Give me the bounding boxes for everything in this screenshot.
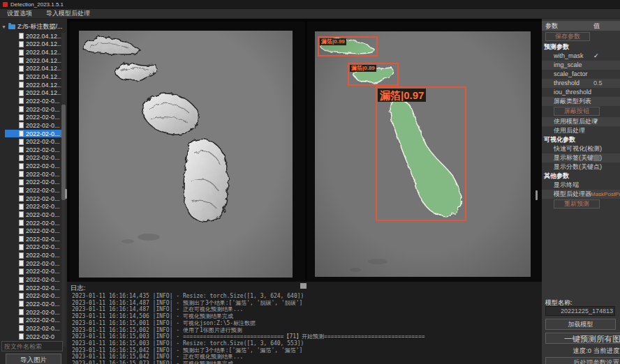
tree-root-folder[interactable]: ▼ Z:/5-标注数据/... <box>1 22 62 31</box>
tree-scrollbar-thumb[interactable] <box>61 105 66 200</box>
param-label: 使用模型后处理 <box>554 118 598 125</box>
app-window: Detection_2023.1.5.1 设置选项 导入模型后处理 ▼ Z:/5… <box>0 0 620 364</box>
param-threshold[interactable]: threshold0.5 <box>542 79 620 88</box>
left-splitter-handle[interactable] <box>65 189 67 199</box>
tree-item[interactable]: 2022.04.12... <box>5 89 65 97</box>
menu-item-settings[interactable]: 设置选项 <box>0 9 39 18</box>
tree-item-label: 2022.04.12... <box>26 40 63 47</box>
save-params-button[interactable]: 保存参数 <box>545 32 590 41</box>
menu-item-import-postprocess[interactable]: 导入模型后处理 <box>39 9 97 18</box>
param-use-postprocess[interactable]: 使用后处理 <box>542 126 620 135</box>
tree-item[interactable]: 2022-02-0... <box>5 275 65 284</box>
tree-item[interactable]: 2022.04.12... <box>5 81 65 89</box>
source-image-panel[interactable] <box>70 22 305 291</box>
tree-item[interactable]: 2022-02-0... <box>5 121 65 130</box>
param-show-score-keypoints[interactable]: 显示分数(关键点) <box>542 162 620 172</box>
tree-item-label: 2022-02-0... <box>26 138 60 145</box>
tree-item-label: 2022.04.12... <box>26 49 63 56</box>
param-model-postprocessor[interactable]: 模型后处理器MaskPostPro <box>542 190 620 199</box>
tree-item[interactable]: 2022-02-0... <box>5 227 65 235</box>
tree-item[interactable]: 2022-02-0... <box>5 130 65 138</box>
param-iou-threshold[interactable]: iou_threshold <box>542 88 620 97</box>
tree-item[interactable]: 2022-02-0... <box>5 243 65 252</box>
file-icon <box>19 106 24 112</box>
param-show-terminal[interactable]: 显示终端 <box>542 181 620 190</box>
folder-icon <box>8 24 15 29</box>
tree-item[interactable]: 2022-02-0... <box>5 97 65 105</box>
tree-item[interactable]: 2022-02-0... <box>5 292 65 301</box>
tree-item[interactable]: 2022-02-0... <box>5 179 65 187</box>
tree-item[interactable]: 2022-02-0... <box>5 308 65 317</box>
tree-item[interactable]: 2022-02-0... <box>5 316 65 324</box>
prediction-image-panel[interactable]: 漏箔|0.99漏箔|0.89漏箔|0.97 <box>307 22 542 291</box>
tree-item[interactable]: 2022.04.12... <box>5 40 65 49</box>
viewer-scrollbar-corner[interactable] <box>300 283 307 289</box>
tree-item[interactable]: 2022.04.12... <box>5 73 65 81</box>
tree-item[interactable]: 2022-02-0... <box>5 162 65 170</box>
param-with-mask[interactable]: with_mask✓ <box>542 52 620 61</box>
file-icon <box>19 41 24 47</box>
tree-item[interactable]: 2022-02-0... <box>5 235 65 243</box>
file-icon <box>19 33 24 39</box>
tree-item[interactable]: 2022-02-0... <box>5 219 65 227</box>
param-quick-visualize-detect[interactable]: 快速可视化(检测) <box>542 144 620 153</box>
tree-item[interactable]: 2022-02-0... <box>5 251 65 259</box>
tree-item[interactable]: 2022-02-0... <box>5 113 65 121</box>
value-column-header: 值 <box>593 21 600 31</box>
param-button-repredict[interactable]: 重新预测 <box>554 199 600 208</box>
search-input[interactable] <box>1 341 63 351</box>
tree-item[interactable]: 2022-02-0... <box>5 154 65 162</box>
param-value: MaskPostPro <box>591 190 620 199</box>
tree-item[interactable]: 2022-02-0... <box>5 300 65 308</box>
param-button-mask-button[interactable]: 屏蔽按钮 <box>554 107 600 116</box>
param-mask-type-list[interactable]: 屏蔽类型列表 <box>542 97 620 106</box>
param-label: 屏蔽类型列表 <box>554 98 591 105</box>
log-line: 2023-01-11 16:16:14,487 |INFO| - 预测出了3个结… <box>72 300 542 307</box>
chevron-down-icon[interactable]: ▼ <box>1 24 6 29</box>
tree-item[interactable]: 2022-02-0... <box>5 284 65 292</box>
log-title: 日志: <box>71 284 86 293</box>
tree-item[interactable]: 2022-02-0 <box>5 333 65 341</box>
title-bar: Detection_2023.1.5.1 <box>0 0 620 9</box>
right-splitter-handle[interactable] <box>536 190 538 200</box>
tree-item[interactable]: 2022-02-0... <box>5 170 65 179</box>
log-panel[interactable]: 日志: 2023-01-11 16:16:14,435 |INFO| - Res… <box>67 282 542 364</box>
predict-all-button[interactable]: 一键预测所有图片 <box>545 333 620 344</box>
tree-item[interactable]: 2022.04.12... <box>5 56 65 65</box>
import-image-button[interactable]: 导入图片 <box>6 354 61 364</box>
checkmark-icon[interactable]: ✓ <box>593 117 599 126</box>
param-use-model-postprocess[interactable]: 使用模型后处理✓ <box>542 117 620 126</box>
tree-root-label: Z:/5-标注数据/... <box>17 22 63 31</box>
tree-item[interactable]: 2022-02-0... <box>5 105 65 114</box>
param-show-labels-keypoints[interactable]: 显示标签(关键点) <box>542 153 620 162</box>
postprocess-settings-button[interactable]: 后处理参数设置 <box>545 357 620 364</box>
param-img-scale[interactable]: img_scale <box>542 61 620 70</box>
tree-item[interactable]: 2022-02-0... <box>5 195 65 203</box>
tree-item[interactable]: 2022-02-0... <box>5 268 65 276</box>
load-model-button[interactable]: 加载模型 <box>545 319 616 330</box>
checkmark-icon[interactable]: ✓ <box>593 52 599 61</box>
tree-item-label: 2022-02-0... <box>26 187 60 194</box>
tree-item-label: 2022-02-0... <box>26 325 60 332</box>
log-line: 2023-01-11 16:16:15,003 |INFO| - Resize:… <box>72 340 542 347</box>
tree-item-label: 2022-02-0... <box>26 301 60 308</box>
model-name-field[interactable]: 20221225_174813 <box>545 306 615 316</box>
tree-item[interactable]: 2022.04.12... <box>5 65 65 73</box>
tree-item[interactable]: 2022-02-0... <box>5 259 65 268</box>
tree-item[interactable]: 2022-02-0... <box>5 146 65 154</box>
tree-item-label: 2022-02-0... <box>26 220 60 227</box>
tree-item[interactable]: 2022.04.12... <box>5 32 65 40</box>
tree-item[interactable]: 2022.04.12... <box>5 48 65 56</box>
file-icon <box>19 244 24 250</box>
detection-label: 漏箔|0.99 <box>320 38 346 45</box>
tree-item-label: 2022-02-0... <box>26 195 60 202</box>
tree-item[interactable]: 2022-02-0... <box>5 202 65 211</box>
tree-item[interactable]: 2022-02-0... <box>5 324 65 333</box>
tree-item[interactable]: 2022-02-0... <box>5 137 65 146</box>
checkbox-show-labels-keypoints[interactable] <box>593 155 600 161</box>
tree-item[interactable]: 2022-02-0... <box>5 186 65 195</box>
file-icon <box>19 122 24 128</box>
tree-item[interactable]: 2022-02-0... <box>5 211 65 219</box>
param-scale-factor[interactable]: scale_factor <box>542 70 620 79</box>
tree-item-label: 2022-02-0... <box>26 203 60 210</box>
